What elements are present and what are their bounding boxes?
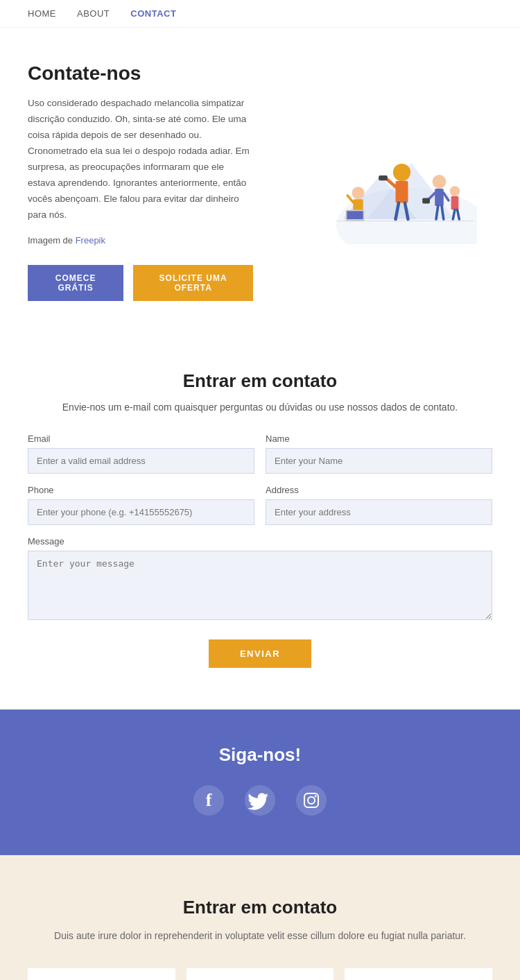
hero-title: Contate-nos bbox=[28, 62, 253, 85]
offer-button[interactable]: SOLICITE UMA OFERTA bbox=[133, 265, 253, 301]
svg-rect-17 bbox=[422, 198, 430, 203]
hero-image bbox=[267, 119, 492, 244]
address-field-group: Address bbox=[266, 485, 492, 525]
contact-info-section: Entrar em contato Duis aute irure dolor … bbox=[0, 855, 520, 980]
social-section: Siga-nos! f bbox=[0, 710, 520, 855]
hero-text: Contate-nos Uso considerado despachado m… bbox=[28, 62, 253, 301]
nav-home[interactable]: HOME bbox=[28, 8, 56, 19]
hero-illustration bbox=[283, 119, 477, 244]
contact-form-section: Entrar em contato Envie-nos um e-mail co… bbox=[0, 329, 520, 710]
phone-input[interactable] bbox=[28, 499, 254, 525]
phone-card: Telefone Seg a Sex das 8h às 5h +1(555) … bbox=[345, 968, 492, 980]
hero-buttons: COMECE GRÁTIS SOLICITE UMA OFERTA bbox=[28, 265, 253, 301]
freepik-note: Imagem de Freepik bbox=[28, 233, 253, 248]
form-subtitle: Envie-nos um e-mail com quaisquer pergun… bbox=[28, 402, 492, 413]
svg-text:f: f bbox=[206, 790, 212, 810]
svg-rect-15 bbox=[435, 189, 444, 206]
svg-rect-22 bbox=[451, 196, 458, 209]
form-grid: Email Name Phone Address bbox=[28, 433, 492, 525]
social-title: Siga-nos! bbox=[28, 744, 492, 766]
message-field-group: Message bbox=[28, 536, 492, 623]
hero-body: Uso considerado despachado melancolia si… bbox=[28, 96, 253, 223]
twitter-icon[interactable] bbox=[245, 785, 275, 820]
facebook-icon[interactable]: f bbox=[193, 785, 224, 820]
navigation: HOME ABOUT CONTACT bbox=[0, 0, 520, 28]
email-field-group: Email bbox=[28, 433, 254, 474]
svg-rect-12 bbox=[347, 211, 363, 219]
address-label: Address bbox=[266, 485, 492, 495]
office-card: Escritório Venha dizer olá em nosso escr… bbox=[187, 968, 334, 980]
name-label: Name bbox=[266, 433, 492, 444]
email-input[interactable] bbox=[28, 448, 254, 474]
svg-point-9 bbox=[352, 187, 364, 199]
info-title: Entrar em contato bbox=[28, 897, 492, 918]
name-input[interactable] bbox=[266, 448, 492, 474]
phone-field-group: Phone bbox=[28, 485, 254, 525]
form-title: Entrar em contato bbox=[28, 370, 492, 392]
email-card: ✉ Gráfico para nós Nossa simpática equip… bbox=[28, 968, 175, 980]
svg-point-21 bbox=[449, 186, 459, 196]
nav-about[interactable]: ABOUT bbox=[77, 8, 110, 19]
message-label: Message bbox=[28, 536, 492, 547]
email-label: Email bbox=[28, 433, 254, 444]
svg-rect-4 bbox=[395, 181, 408, 203]
svg-point-29 bbox=[296, 785, 327, 816]
svg-point-3 bbox=[392, 164, 410, 181]
svg-line-13 bbox=[347, 196, 353, 203]
start-button[interactable]: COMECE GRÁTIS bbox=[28, 265, 123, 301]
contact-cards: ✉ Gráfico para nós Nossa simpática equip… bbox=[28, 968, 492, 980]
name-field-group: Name bbox=[266, 433, 492, 474]
address-input[interactable] bbox=[266, 499, 492, 525]
svg-point-32 bbox=[315, 795, 317, 797]
hero-section: Contate-nos Uso considerado despachado m… bbox=[0, 28, 520, 329]
social-icons: f bbox=[28, 785, 492, 820]
message-input[interactable] bbox=[28, 551, 492, 620]
info-subtitle: Duis aute irure dolor in reprehenderit i… bbox=[28, 928, 492, 943]
instagram-icon[interactable] bbox=[296, 785, 327, 820]
svg-point-14 bbox=[432, 175, 446, 189]
freepik-link[interactable]: Freepik bbox=[76, 235, 105, 246]
nav-contact[interactable]: CONTACT bbox=[130, 8, 176, 19]
submit-button[interactable]: ENVIAR bbox=[209, 639, 311, 668]
phone-label: Phone bbox=[28, 485, 254, 495]
svg-rect-6 bbox=[379, 175, 388, 180]
